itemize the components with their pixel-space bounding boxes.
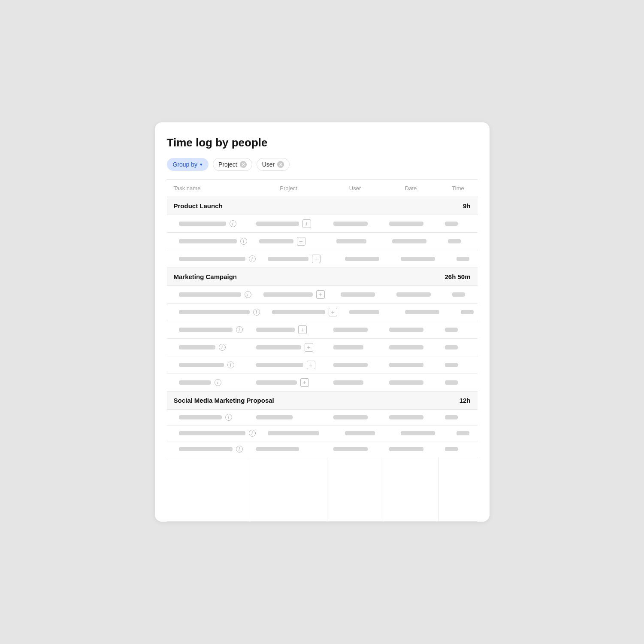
- toolbar: Group by ▾ Project ✕ User ✕: [167, 158, 478, 171]
- time-cell: [450, 427, 489, 440]
- task-cell: i: [167, 410, 250, 425]
- time-skeleton: [445, 222, 458, 226]
- task-name-skeleton: [179, 328, 233, 332]
- project-skeleton: [263, 292, 313, 297]
- date-cell: [383, 217, 439, 230]
- group-row-product-launch: Product Launch 9h: [167, 197, 478, 215]
- group-row-social-media: Social Media Marketing Proposal 12h: [167, 392, 478, 410]
- project-cell: [262, 427, 339, 440]
- user-cell: [327, 443, 383, 456]
- task-name-skeleton: [179, 292, 241, 297]
- project-skeleton: [268, 431, 319, 435]
- project-cell: +: [250, 339, 327, 356]
- task-name-skeleton: [179, 431, 245, 435]
- time-skeleton: [445, 447, 458, 451]
- group-name-product-launch: Product Launch: [174, 202, 432, 210]
- time-cell: [439, 443, 478, 456]
- group-total-product-launch: 9h: [432, 202, 471, 210]
- add-icon[interactable]: +: [316, 290, 325, 299]
- user-skeleton: [349, 310, 379, 314]
- task-cell: i: [167, 304, 266, 320]
- project-cell: [250, 411, 327, 424]
- col-date: Date: [383, 180, 439, 197]
- date-skeleton: [401, 431, 435, 435]
- project-cell: +: [250, 374, 327, 391]
- info-icon[interactable]: i: [230, 220, 236, 227]
- date-skeleton: [405, 310, 439, 314]
- add-icon[interactable]: +: [312, 255, 320, 263]
- project-cell: +: [250, 321, 327, 338]
- time-cell: [439, 411, 478, 424]
- time-skeleton: [445, 363, 458, 367]
- date-cell: [395, 427, 450, 440]
- time-skeleton: [452, 292, 465, 297]
- user-skeleton: [333, 363, 368, 367]
- info-icon[interactable]: i: [215, 379, 221, 386]
- date-skeleton: [389, 415, 423, 419]
- task-cell: i: [167, 441, 250, 457]
- info-icon[interactable]: i: [236, 326, 243, 333]
- chevron-down-icon: ▾: [200, 162, 203, 167]
- user-skeleton: [336, 239, 366, 243]
- info-icon[interactable]: i: [240, 238, 247, 245]
- empty-cell: [383, 457, 439, 521]
- table-row: i +: [167, 304, 478, 321]
- project-skeleton: [256, 380, 297, 385]
- table-row: i: [167, 441, 478, 457]
- task-name-skeleton: [179, 257, 245, 261]
- info-icon[interactable]: i: [225, 414, 232, 421]
- table: Task name Project User Date Time Product…: [167, 179, 478, 522]
- col-user: User: [327, 180, 383, 197]
- col-project: Project: [250, 180, 327, 197]
- user-cell: [327, 358, 383, 371]
- user-skeleton: [333, 345, 363, 349]
- group-by-button[interactable]: Group by ▾: [167, 158, 209, 171]
- task-cell: i: [167, 357, 250, 373]
- time-cell: [439, 358, 478, 371]
- user-cell: [327, 411, 383, 424]
- table-row: i: [167, 425, 478, 441]
- info-icon[interactable]: i: [249, 430, 256, 437]
- filter-chip-project[interactable]: Project ✕: [213, 158, 252, 171]
- project-cell: +: [257, 286, 335, 303]
- add-icon[interactable]: +: [307, 361, 315, 369]
- group-row-marketing-campaign: Marketing Campaign 26h 50m: [167, 268, 478, 286]
- remove-project-filter-icon[interactable]: ✕: [240, 161, 247, 168]
- user-cell: [327, 323, 383, 336]
- add-icon[interactable]: +: [302, 219, 311, 228]
- date-skeleton: [392, 239, 426, 243]
- project-cell: +: [250, 356, 327, 374]
- group-total-marketing-campaign: 26h 50m: [432, 273, 471, 280]
- task-name-skeleton: [179, 380, 211, 385]
- project-cell: +: [250, 215, 327, 232]
- filter-chip-user-label: User: [262, 161, 275, 168]
- user-cell: [327, 217, 383, 230]
- remove-user-filter-icon[interactable]: ✕: [277, 161, 284, 168]
- filter-chip-user[interactable]: User ✕: [257, 158, 290, 171]
- info-icon[interactable]: i: [245, 291, 251, 298]
- info-icon[interactable]: i: [249, 255, 256, 262]
- table-header: Task name Project User Date Time: [167, 180, 478, 197]
- add-icon[interactable]: +: [305, 343, 313, 352]
- info-icon[interactable]: i: [253, 309, 260, 316]
- group-name-marketing-campaign: Marketing Campaign: [174, 273, 432, 280]
- empty-area: [167, 457, 478, 522]
- date-skeleton: [389, 380, 423, 385]
- add-icon[interactable]: +: [297, 237, 305, 246]
- add-icon[interactable]: +: [298, 325, 307, 334]
- time-cell: [450, 252, 489, 265]
- empty-cell: [327, 457, 383, 521]
- add-icon[interactable]: +: [329, 308, 337, 316]
- task-name-skeleton: [179, 345, 215, 349]
- col-task-name: Task name: [167, 180, 250, 197]
- project-skeleton: [268, 257, 308, 261]
- info-icon[interactable]: i: [236, 446, 243, 453]
- info-icon[interactable]: i: [227, 361, 234, 368]
- user-skeleton: [333, 328, 368, 332]
- time-skeleton: [457, 257, 469, 261]
- date-skeleton: [401, 257, 435, 261]
- task-cell: i: [167, 340, 250, 355]
- add-icon[interactable]: +: [300, 378, 309, 387]
- user-cell: [343, 306, 399, 319]
- info-icon[interactable]: i: [219, 344, 226, 351]
